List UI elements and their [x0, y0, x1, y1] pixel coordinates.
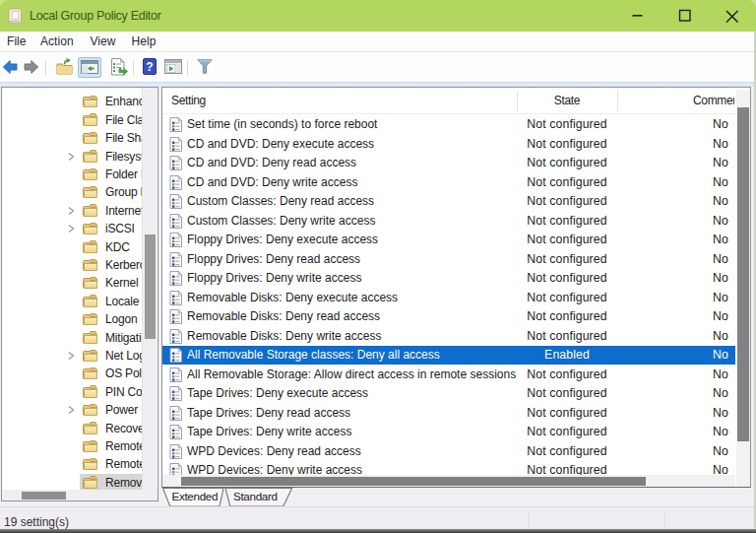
svg-text:?: ? — [146, 60, 153, 74]
